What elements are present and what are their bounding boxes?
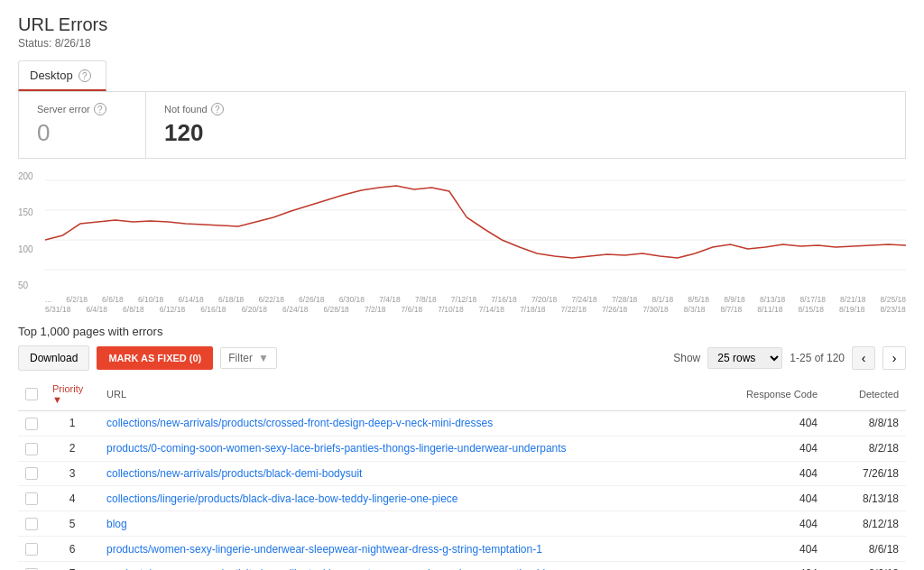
next-page-button[interactable]: › bbox=[882, 346, 906, 370]
desktop-help-icon[interactable]: ? bbox=[79, 69, 91, 82]
metrics-row: Server error ? 0 Not found ? 120 bbox=[18, 92, 906, 159]
table-row: 7 products/women-sexy-elasticity-lace-si… bbox=[18, 561, 906, 570]
row-checkbox[interactable] bbox=[25, 543, 38, 556]
chart-svg bbox=[45, 168, 906, 294]
row-detected: 8/13/18 bbox=[825, 486, 906, 511]
row-url[interactable]: products/0-coming-soon-women-sexy-lace-b… bbox=[99, 436, 716, 461]
row-checkbox[interactable] bbox=[25, 492, 38, 505]
row-checkbox-cell bbox=[18, 561, 45, 570]
row-detected: 8/8/18 bbox=[825, 411, 906, 437]
row-url[interactable]: products/women-sexy-lingerie-underwear-s… bbox=[99, 537, 716, 562]
th-checkbox bbox=[18, 378, 45, 411]
table-row: 1 collections/new-arrivals/products/cros… bbox=[18, 411, 906, 437]
server-error-help-icon[interactable]: ? bbox=[94, 103, 106, 115]
row-priority: 4 bbox=[45, 486, 99, 511]
row-priority: 6 bbox=[45, 537, 99, 562]
table-row: 5 blog 404 8/12/18 bbox=[18, 511, 906, 537]
row-url[interactable]: collections/lingerie/products/black-diva… bbox=[99, 486, 716, 511]
y-label-150: 150 bbox=[18, 207, 45, 217]
tab-bar: Desktop ? bbox=[18, 60, 906, 92]
pagination: Show 25 rows 50 rows 100 rows 1-25 of 12… bbox=[673, 346, 906, 370]
row-checkbox[interactable] bbox=[25, 418, 38, 430]
row-checkbox-cell bbox=[18, 511, 45, 537]
row-detected: 8/6/18 bbox=[825, 561, 906, 570]
table-row: 2 products/0-coming-soon-women-sexy-lace… bbox=[18, 436, 906, 461]
row-response-code: 404 bbox=[716, 411, 825, 437]
toolbar: Download MARK AS FIXED (0) Filter ▼ Show… bbox=[18, 345, 906, 371]
row-checkbox-cell bbox=[18, 486, 45, 511]
row-priority: 2 bbox=[45, 436, 99, 461]
row-priority: 1 bbox=[45, 411, 99, 437]
row-checkbox[interactable] bbox=[25, 467, 38, 480]
th-detected: Detected bbox=[825, 378, 906, 411]
table-row: 3 collections/new-arrivals/products/blac… bbox=[18, 461, 906, 486]
row-checkbox-cell bbox=[18, 436, 45, 461]
show-label: Show bbox=[673, 352, 700, 364]
server-error-value: 0 bbox=[37, 119, 127, 147]
row-url[interactable]: collections/new-arrivals/products/crosse… bbox=[99, 411, 716, 437]
row-url[interactable]: blog bbox=[99, 511, 716, 537]
row-priority: 5 bbox=[45, 511, 99, 537]
y-label-200: 200 bbox=[18, 171, 45, 181]
mark-as-fixed-button[interactable]: MARK AS FIXED (0) bbox=[97, 346, 213, 370]
row-checkbox-cell bbox=[18, 461, 45, 486]
th-response-code: Response Code bbox=[716, 378, 825, 411]
select-all-checkbox[interactable] bbox=[25, 388, 38, 400]
not-found-help-icon[interactable]: ? bbox=[211, 103, 224, 115]
filter-label: Filter bbox=[228, 352, 253, 364]
row-detected: 8/6/18 bbox=[825, 537, 906, 562]
row-priority: 7 bbox=[45, 561, 99, 570]
filter-icon: ▼ bbox=[258, 352, 269, 364]
row-detected: 7/26/18 bbox=[825, 461, 906, 486]
url-errors-table: Priority ▼ URL Response Code Detected 1 … bbox=[18, 378, 906, 570]
row-response-code: 404 bbox=[716, 511, 825, 537]
pagination-text: 1-25 of 120 bbox=[790, 352, 845, 364]
th-url: URL bbox=[99, 378, 716, 411]
download-button[interactable]: Download bbox=[18, 345, 89, 371]
row-response-code: 404 bbox=[716, 537, 825, 562]
page-title: URL Errors bbox=[18, 14, 906, 35]
row-response-code: 404 bbox=[716, 461, 825, 486]
row-url[interactable]: collections/new-arrivals/products/black-… bbox=[99, 461, 716, 486]
row-checkbox-cell bbox=[18, 411, 45, 437]
row-priority: 3 bbox=[45, 461, 99, 486]
table-row: 6 products/women-sexy-lingerie-underwear… bbox=[18, 537, 906, 562]
table-row: 4 collections/lingerie/products/black-di… bbox=[18, 486, 906, 511]
x-label-start: ... bbox=[45, 295, 51, 304]
y-label-100: 100 bbox=[18, 244, 45, 254]
row-response-code: 404 bbox=[716, 436, 825, 461]
status-text: Status: 8/26/18 bbox=[18, 37, 906, 50]
filter-input[interactable]: Filter ▼ bbox=[220, 347, 277, 369]
row-checkbox-cell bbox=[18, 537, 45, 562]
tab-desktop-label: Desktop bbox=[30, 69, 73, 82]
row-checkbox[interactable] bbox=[25, 518, 38, 530]
table-header: Priority ▼ URL Response Code Detected bbox=[18, 378, 906, 411]
not-found-label: Not found ? bbox=[164, 103, 254, 115]
table-body: 1 collections/new-arrivals/products/cros… bbox=[18, 411, 906, 571]
server-error-metric: Server error ? 0 bbox=[19, 92, 145, 158]
section-title: Top 1,000 pages with errors bbox=[18, 325, 906, 338]
row-detected: 8/12/18 bbox=[825, 511, 906, 537]
row-response-code: 404 bbox=[716, 486, 825, 511]
row-detected: 8/2/18 bbox=[825, 436, 906, 461]
not-found-value: 120 bbox=[164, 119, 254, 147]
y-label-50: 50 bbox=[18, 280, 45, 290]
row-response-code: 404 bbox=[716, 561, 825, 570]
th-priority[interactable]: Priority ▼ bbox=[45, 378, 99, 411]
not-found-metric: Not found ? 120 bbox=[145, 92, 272, 158]
row-checkbox[interactable] bbox=[25, 443, 38, 455]
prev-page-button[interactable]: ‹ bbox=[852, 346, 875, 370]
server-error-label: Server error ? bbox=[37, 103, 127, 115]
row-url[interactable]: products/women-sexy-elasticity-lace-silk… bbox=[99, 561, 716, 570]
tab-desktop[interactable]: Desktop ? bbox=[18, 60, 106, 91]
rows-select[interactable]: 25 rows 50 rows 100 rows bbox=[707, 347, 782, 369]
